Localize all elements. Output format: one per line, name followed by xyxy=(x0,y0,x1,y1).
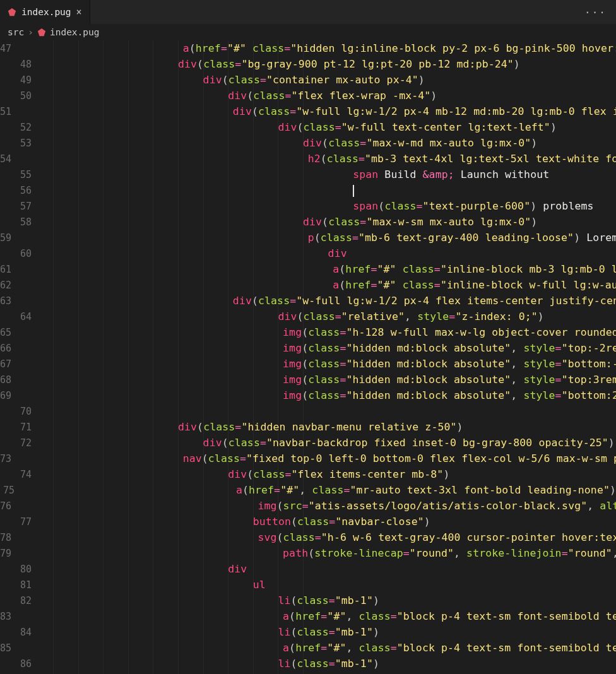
line-content[interactable]: span Build &amp; Launch without xyxy=(43,168,549,180)
line-content[interactable]: a(href="#" class="inline-block w-full lg… xyxy=(23,279,616,291)
code-line[interactable]: 58div(class="max-w-sm mx-auto lg:mx-0") xyxy=(0,214,616,230)
code-line[interactable]: 76img(src="atis-assets/logo/atis/atis-co… xyxy=(0,498,616,514)
line-content[interactable]: li(class="mb-1") xyxy=(43,594,379,606)
line-number: 49 xyxy=(0,74,43,86)
line-content[interactable]: div(class="container mx-auto px-4") xyxy=(43,74,425,86)
tab-bar: index.pug × ··· xyxy=(0,0,616,24)
code-line[interactable]: 69img(class="hidden md:block absolute", … xyxy=(0,387,616,403)
code-line[interactable]: 51div(class="w-full lg:w-1/2 px-4 mb-12 … xyxy=(0,103,616,119)
code-line[interactable]: 74div(class="flex items-center mb-8") xyxy=(0,466,616,482)
line-content[interactable]: div(class="flex items-center mb-8") xyxy=(43,468,449,480)
code-line[interactable]: 57span(class="text-purple-600") problems xyxy=(0,198,616,214)
line-number: 56 xyxy=(0,185,43,196)
code-line[interactable]: 54h2(class="mb-3 text-4xl lg:text-5xl te… xyxy=(0,151,616,167)
code-line[interactable]: 59p(class="mb-6 text-gray-400 leading-lo… xyxy=(0,230,616,245)
line-content[interactable]: div(class="w-full lg:w-1/2 px-4 mb-12 md… xyxy=(23,105,616,117)
code-line[interactable]: 86li(class="mb-1") xyxy=(0,656,616,671)
line-content[interactable]: a(href="#", class="block p-4 text-sm fon… xyxy=(23,642,616,654)
line-content[interactable]: h2(class="mb-3 text-4xl lg:text-5xl text… xyxy=(23,153,616,165)
editor-tab[interactable]: index.pug × xyxy=(0,0,90,24)
code-line[interactable]: 73nav(class="fixed top-0 left-0 bottom-0… xyxy=(0,451,616,466)
line-content[interactable] xyxy=(43,184,354,197)
ruby-file-icon xyxy=(37,28,46,37)
text-cursor xyxy=(353,185,354,197)
code-line[interactable]: 63div(class="w-full lg:w-1/2 px-4 flex i… xyxy=(0,293,616,309)
line-number: 60 xyxy=(0,248,43,259)
line-content[interactable]: ul xyxy=(43,579,266,591)
line-number: 84 xyxy=(0,627,43,638)
code-line[interactable]: 75a(href="#", class="mr-auto text-3xl fo… xyxy=(0,482,616,498)
code-line[interactable]: 52div(class="w-full text-center lg:text-… xyxy=(0,119,616,135)
close-icon[interactable]: × xyxy=(76,6,82,18)
tab-overflow-button[interactable]: ··· xyxy=(575,0,616,24)
line-number: 81 xyxy=(0,579,43,591)
code-line[interactable]: 55span Build &amp; Launch without xyxy=(0,167,616,182)
line-number: 53 xyxy=(0,138,43,149)
line-content[interactable]: img(class="hidden md:block absolute", st… xyxy=(23,342,616,354)
line-content[interactable]: a(href="#", class="mr-auto text-3xl font… xyxy=(26,484,616,496)
code-line[interactable]: 70 xyxy=(0,403,616,419)
code-line[interactable]: 77button(class="navbar-close") xyxy=(0,514,616,529)
line-content[interactable]: img(class="h-128 w-full max-w-lg object-… xyxy=(23,326,616,338)
code-line[interactable]: 67img(class="hidden md:block absolute", … xyxy=(0,356,616,372)
code-line[interactable]: 71div(class="hidden navbar-menu relative… xyxy=(0,419,616,435)
line-content[interactable]: li(class="mb-1") xyxy=(43,658,379,670)
code-line[interactable]: 62a(href="#" class="inline-block w-full … xyxy=(0,277,616,293)
line-content[interactable]: div(class="max-w-sm mx-auto lg:mx-0") xyxy=(43,216,537,228)
line-content[interactable]: a(href="#" class="inline-block mb-3 lg:m… xyxy=(23,263,616,275)
breadcrumb-file[interactable]: index.pug xyxy=(50,27,100,37)
line-content[interactable]: div(class="navbar-backdrop fixed inset-0… xyxy=(43,437,615,449)
line-content[interactable]: div(class="w-full lg:w-1/2 px-4 flex ite… xyxy=(23,295,616,307)
code-line[interactable]: 79path(stroke-linecap="round", stroke-li… xyxy=(0,545,616,561)
line-content[interactable]: span(class="text-purple-600") problems xyxy=(43,200,594,212)
line-number: 77 xyxy=(0,516,43,528)
line-content[interactable]: div xyxy=(43,563,247,575)
line-content[interactable]: p(class="mb-6 text-gray-400 leading-loos… xyxy=(23,232,616,244)
line-content[interactable]: div(class="relative", style="z-index: 0;… xyxy=(43,310,544,322)
code-line[interactable]: 81ul xyxy=(0,577,616,593)
code-line[interactable]: 85a(href="#", class="block p-4 text-sm f… xyxy=(0,640,616,656)
code-line[interactable]: 64div(class="relative", style="z-index: … xyxy=(0,309,616,324)
line-content[interactable]: svg(class="h-6 w-6 text-gray-400 cursor-… xyxy=(23,531,616,543)
tab-filename: index.pug xyxy=(21,7,71,17)
code-line[interactable]: 80div xyxy=(0,561,616,577)
code-line[interactable]: 78svg(class="h-6 w-6 text-gray-400 curso… xyxy=(0,529,616,545)
code-line[interactable]: 48div(class="bg-gray-900 pt-12 lg:pt-20 … xyxy=(0,56,616,72)
line-content[interactable]: div(class="hidden navbar-menu relative z… xyxy=(43,421,463,433)
line-content[interactable]: div(class="w-full text-center lg:text-le… xyxy=(43,121,557,133)
code-line[interactable]: 82li(class="mb-1") xyxy=(0,593,616,608)
code-line[interactable]: 72div(class="navbar-backdrop fixed inset… xyxy=(0,435,616,451)
line-number: 51 xyxy=(0,106,23,117)
line-content[interactable]: a(href="#" class="hidden lg:inline-block… xyxy=(23,42,616,54)
code-line[interactable]: 60div xyxy=(0,245,616,261)
line-content[interactable]: img(class="hidden md:block absolute", st… xyxy=(23,358,616,370)
code-line[interactable]: 49div(class="container mx-auto px-4") xyxy=(0,72,616,88)
line-content[interactable]: div xyxy=(43,247,347,259)
code-line[interactable]: 84li(class="mb-1") xyxy=(0,624,616,640)
line-content[interactable]: path(stroke-linecap="round", stroke-line… xyxy=(23,547,616,559)
code-line[interactable]: 53div(class="max-w-md mx-auto lg:mx-0") xyxy=(0,135,616,151)
line-number: 75 xyxy=(0,485,26,496)
breadcrumb-folder[interactable]: src xyxy=(8,27,24,37)
line-content[interactable]: img(class="hidden md:block absolute", st… xyxy=(23,374,616,386)
code-line[interactable]: 61a(href="#" class="inline-block mb-3 lg… xyxy=(0,261,616,277)
code-line[interactable]: 68img(class="hidden md:block absolute", … xyxy=(0,372,616,387)
code-line[interactable]: 65img(class="h-128 w-full max-w-lg objec… xyxy=(0,324,616,340)
code-line[interactable]: 47a(href="#" class="hidden lg:inline-blo… xyxy=(0,40,616,56)
line-number: 59 xyxy=(0,232,23,244)
code-line[interactable]: 50div(class="flex flex-wrap -mx-4") xyxy=(0,88,616,103)
line-content[interactable]: button(class="navbar-close") xyxy=(43,516,430,528)
line-content[interactable]: div(class="bg-gray-900 pt-12 lg:pt-20 pb… xyxy=(43,58,520,70)
code-editor[interactable]: 47a(href="#" class="hidden lg:inline-blo… xyxy=(0,40,616,674)
line-content[interactable]: nav(class="fixed top-0 left-0 bottom-0 f… xyxy=(23,452,616,464)
line-content[interactable]: div(class="flex flex-wrap -mx-4") xyxy=(43,90,437,102)
code-line[interactable]: 56 xyxy=(0,182,616,198)
code-line[interactable]: 66img(class="hidden md:block absolute", … xyxy=(0,340,616,356)
code-line[interactable]: 83a(href="#", class="block p-4 text-sm f… xyxy=(0,608,616,624)
line-content[interactable]: img(src="atis-assets/logo/atis/atis-colo… xyxy=(23,500,616,512)
line-content[interactable]: img(class="hidden md:block absolute", st… xyxy=(23,389,616,401)
line-content[interactable]: li(class="mb-1") xyxy=(43,626,379,638)
line-content[interactable]: a(href="#", class="block p-4 text-sm fon… xyxy=(23,610,616,622)
line-content[interactable]: div(class="max-w-md mx-auto lg:mx-0") xyxy=(43,137,537,149)
line-number: 62 xyxy=(0,280,23,291)
